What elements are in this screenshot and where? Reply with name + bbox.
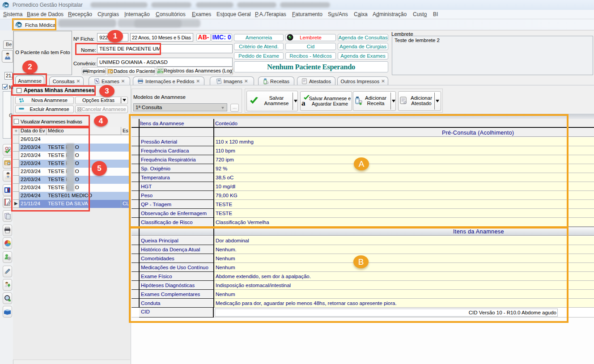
svg-text:ACT: ACT: [158, 68, 162, 71]
svg-text:1: 1: [11, 229, 11, 233]
svg-text:LOG: LOG: [158, 72, 163, 74]
